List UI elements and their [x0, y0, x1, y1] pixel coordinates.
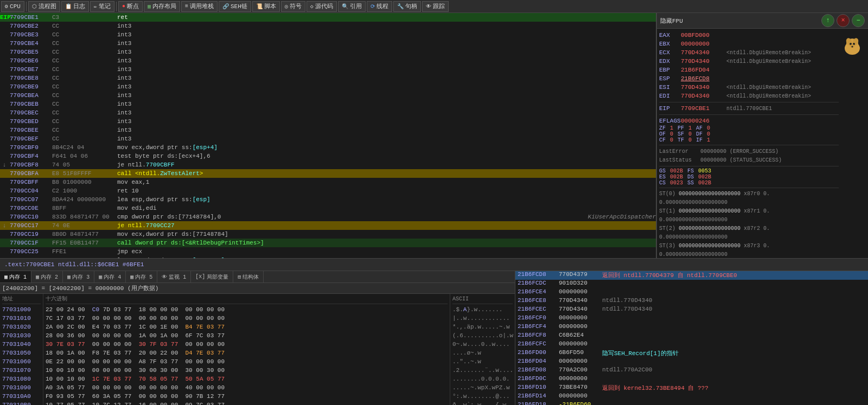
tb-log[interactable]: 📋 日志: [61, 1, 89, 12]
stack-row-5[interactable]: 21B6FCF0 00000000: [515, 314, 868, 323]
disasm-row-21[interactable]: 7709CC07 8DA424 00000000 lea esp,dword p…: [0, 195, 656, 204]
stack-row-15[interactable]: 21B6FD18 -21B6FD60: [515, 401, 868, 405]
tb-threads[interactable]: ⟳ 线程: [367, 1, 392, 12]
mem-addr-8[interactable]: 77031080: [2, 375, 41, 383]
disasm-row-19[interactable]: 7709CBFF B8 01000000 mov eax,1: [0, 178, 656, 187]
disasm-row-1[interactable]: 7709CBE2 CC int3: [0, 22, 656, 30]
disasm-row-13[interactable]: 7709CBEE CC int3: [0, 126, 656, 134]
mem-tab-2[interactable]: ▦ 内存 2: [31, 271, 63, 282]
reg-val-esi[interactable]: 770D4340: [681, 84, 724, 91]
reg-val-esp[interactable]: 21B6FCD8: [681, 75, 724, 82]
reg-val-ecx[interactable]: 770D4340: [681, 49, 724, 56]
disasm-row-6[interactable]: 7709CBE7 CC int3: [0, 65, 656, 74]
stack-row-6[interactable]: 21B6FCF4 00000000: [515, 323, 868, 332]
stack-row-highlight[interactable]: 21B6FCD8 770D4379 返回到 ntdll.770D4379 自 n…: [515, 271, 868, 280]
disasm-row-3[interactable]: 7709CBE4 CC int3: [0, 39, 656, 48]
disasm-row-20[interactable]: 7709CC04 C2 1000 ret 10: [0, 187, 656, 195]
mem-tab-1[interactable]: ▦ 内存 1: [0, 271, 31, 283]
reg-val-eflags[interactable]: 00000246: [681, 118, 724, 124]
stack-row-9[interactable]: 21B6FD00 6B6FD50 隐写SEH_Record[1]的指针: [515, 349, 868, 358]
mem-tab-locals[interactable]: [x] 局部变量: [191, 271, 233, 282]
reg-val-eax[interactable]: 00BFD000: [681, 32, 724, 38]
mem-tab-3[interactable]: ▦ 内存 3: [63, 271, 94, 282]
breakpoint-icon: ●: [122, 3, 125, 9]
disasm-row-18[interactable]: 7709CBFA E8 51F8FFFF call <ntdll.ZwTestA…: [0, 169, 656, 178]
mem-tab-struct[interactable]: ⊞ 结构体: [233, 271, 264, 282]
mem-addr-3[interactable]: 77031030: [2, 331, 41, 340]
mem-addr-7[interactable]: 77031070: [2, 366, 41, 375]
tb-source[interactable]: ◇ 源代码: [307, 1, 337, 12]
mem-addr-0[interactable]: 77031000: [2, 305, 41, 314]
reg-row-eflags: EFLAGS 00000246: [659, 117, 839, 125]
stack-row-2[interactable]: 21B6FCE4 00000000: [515, 288, 868, 297]
disasm-row-28[interactable]: 7709CC28 8D8424 DC020000 lea eax,dword p…: [0, 256, 656, 258]
stack-row-11[interactable]: 21B6FD08 770A2C00 ntdll.770A2C00: [515, 367, 868, 375]
stack-row-7[interactable]: 21B6FCF8 C6B62E4: [515, 332, 868, 340]
mem-addr-4[interactable]: 77031040: [2, 340, 41, 349]
mem-addr-1[interactable]: 77031010: [2, 314, 41, 323]
disasm-row-23[interactable]: 7709CC10 833D 84871477 00 cmp dword ptr …: [0, 213, 656, 221]
disasm-row-14[interactable]: 7709CBEF CC int3: [0, 134, 656, 143]
disasm-row-27[interactable]: 7709CC25 FFE1 jmp ecx: [0, 247, 656, 256]
tb-notes[interactable]: ✏ 笔记: [90, 1, 114, 12]
reg-fpu-toggle-btn[interactable]: ↑: [821, 14, 834, 27]
disasm-row-7[interactable]: 7709CBE8 CC int3: [0, 74, 656, 82]
disasm-row-10[interactable]: 7709CBEB CC int3: [0, 100, 656, 108]
stack-row-12[interactable]: 21B6FD0C 00000000: [515, 375, 868, 384]
tb-trace[interactable]: 👁 跟踪: [422, 1, 449, 12]
notes-icon: ✏: [94, 3, 97, 10]
mem-addr-9[interactable]: 77031090: [2, 383, 41, 392]
reg-val-ebx[interactable]: 00000000: [681, 41, 724, 47]
stack-row-8[interactable]: 21B6FCFC 00000000: [515, 340, 868, 349]
tb-symbols[interactable]: ◎ 符号: [281, 1, 305, 12]
reg-val-eip[interactable]: 7709CBE1: [681, 105, 724, 112]
reg-minimize-btn[interactable]: −: [852, 14, 865, 27]
mem-addr-10[interactable]: 770310A0: [2, 392, 41, 401]
disasm-row-2[interactable]: 7709CBE3 CC int3: [0, 30, 656, 39]
stack-content[interactable]: 21B6FCD8 770D4379 返回到 ntdll.770D4379 自 n…: [515, 271, 868, 405]
mem-tab-5[interactable]: ▦ 内存 5: [126, 271, 157, 282]
disasm-row-9[interactable]: 7709CBEA CC int3: [0, 91, 656, 100]
mem-addr-2[interactable]: 77031020: [2, 323, 41, 331]
reg-val-ebp[interactable]: 21B6FD04: [681, 67, 724, 73]
disasm-row-4[interactable]: 7709CBE5 CC int3: [0, 48, 656, 56]
disasm-row-25[interactable]: 7709CC19 8B0D 84871477 mov ecx,dword ptr…: [0, 230, 656, 239]
tb-seh[interactable]: 🔗 SEH链: [219, 1, 251, 12]
mem-tab-watch1[interactable]: 👁 监视 1: [157, 271, 191, 282]
tb-script[interactable]: 📜 脚本: [252, 1, 280, 12]
stack-row-10[interactable]: 21B6FD04 00000000: [515, 358, 868, 367]
stack-row-14[interactable]: 21B6FD14 00000000: [515, 393, 868, 401]
tb-breakpoints[interactable]: ● 断点: [118, 1, 143, 12]
disasm-row-eip[interactable]: EIP→ 7709CBE1 C3 ret: [0, 13, 656, 22]
stack-row-3[interactable]: 21B6FCE8 770D4340 ntdll.770D4340: [515, 297, 868, 306]
tb-handles[interactable]: 🔧 句柄: [393, 1, 421, 12]
stack-row-13[interactable]: 21B6FD10 73BE8470 返回到 kernel32.73BE8494 …: [515, 384, 868, 393]
mem-addr-5[interactable]: 77031050: [2, 349, 41, 357]
mem-addr-6[interactable]: 77031060: [2, 357, 41, 366]
disasm-row-22[interactable]: 7709CC0E 8BFF mov edi,edi: [0, 204, 656, 213]
disasm-row-15[interactable]: 7709CBF0 8B4C24 04 mov ecx,dword ptr ss:…: [0, 143, 656, 152]
tb-cpu[interactable]: ⚙ CPU: [1, 1, 24, 12]
tb-memory-layout[interactable]: ▦ 内存布局: [144, 1, 180, 12]
mem-addr-11[interactable]: 770310B0: [2, 401, 41, 405]
disasm-row-24[interactable]: ↓ 7709CC17 74 0E je ntll.7709CC27: [0, 221, 656, 230]
disasm-row-16[interactable]: 7709CBF4 F641 04 06 test byte ptr ds:[ec…: [0, 152, 656, 160]
reg-val-edi[interactable]: 770D4340: [681, 93, 724, 99]
disasm-row-11[interactable]: 7709CBEC CC int3: [0, 108, 656, 117]
reg-val-edx[interactable]: 770D4340: [681, 58, 724, 65]
disasm-row-26[interactable]: 7709CC1F FF15 E0B11477 call dword ptr ds…: [0, 239, 656, 247]
reg-panel-label: 隐藏FPU: [660, 17, 683, 25]
disasm-row-5[interactable]: 7709CBE6 CC int3: [0, 56, 656, 65]
disasm-row-8[interactable]: 7709CBE9 CC int3: [0, 82, 656, 91]
disasm-row-17[interactable]: ↓ 7709CBF8 74 05 je ntll.7709CBFF: [0, 160, 656, 169]
stack-row-4[interactable]: 21B6FCEC 770D4340 ntdll.770D4340: [515, 306, 868, 314]
reg-close-btn[interactable]: ×: [837, 14, 850, 27]
stack-row-1[interactable]: 21B6FCDC 9010D320: [515, 280, 868, 288]
disasm-table[interactable]: EIP→ 7709CBE1 C3 ret 7709CBE2 CC int3 77…: [0, 13, 656, 258]
disasm-row-12[interactable]: 7709CBED CC int3: [0, 117, 656, 126]
mem-tab-4[interactable]: ▦ 内存 4: [94, 271, 126, 282]
tb-refs[interactable]: 🔍 引用: [338, 1, 366, 12]
locals-icon: [x]: [195, 274, 205, 280]
tb-flowchart[interactable]: ⬡ 流程图: [28, 1, 60, 12]
tb-callstack[interactable]: ≡ 调用堆栈: [181, 1, 218, 12]
